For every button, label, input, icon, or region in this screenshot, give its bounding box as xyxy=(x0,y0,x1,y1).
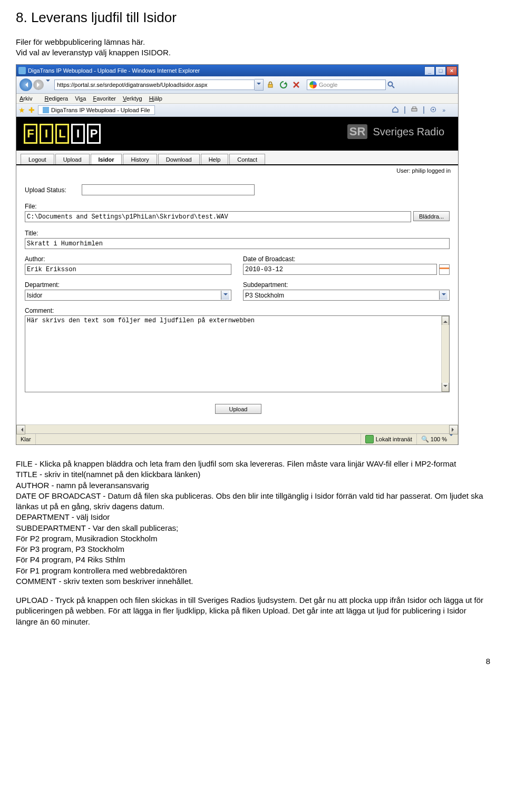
add-favorite-icon[interactable]: ✚ xyxy=(28,106,35,114)
search-go-icon[interactable] xyxy=(387,81,395,89)
scroll-up-icon[interactable] xyxy=(442,316,449,325)
status-zoom[interactable]: 🔍 100 % xyxy=(417,434,458,444)
upload-status-field xyxy=(82,184,255,195)
svg-line-4 xyxy=(392,86,394,88)
stop-icon[interactable] xyxy=(292,81,300,89)
google-icon xyxy=(309,81,317,88)
explain-author: AUTHOR - namn på leveransansvarig xyxy=(16,481,149,490)
filip-logo: FILIP xyxy=(24,124,101,144)
forward-button[interactable] xyxy=(33,80,44,90)
tab-logout[interactable]: Logout xyxy=(21,154,54,164)
browser-window: DigaTrans IP Webupload - Upload File - W… xyxy=(16,64,459,445)
status-zone-text: Lokalt intranät xyxy=(376,436,412,442)
refresh-icon[interactable] xyxy=(279,81,288,89)
page-menu-icon[interactable] xyxy=(423,107,424,113)
explain-p2: För P2 program, Musikradion Stockholm xyxy=(16,534,157,543)
menu-arkiv[interactable]: Arkiv xyxy=(20,95,37,102)
explain-p1: För P1 program kontrollera med webbredak… xyxy=(16,566,187,575)
explain-comment: COMMENT - skriv texten som beskriver inn… xyxy=(16,577,193,586)
tab-contact[interactable]: Contact xyxy=(229,154,265,164)
status-zoom-text: 100 % xyxy=(431,436,447,442)
section-heading: 8. Leverans ljudfil till Isidor xyxy=(16,9,490,26)
search-field[interactable]: Google xyxy=(307,80,386,90)
comment-textarea[interactable]: Här skrivs den text som följer med ljudf… xyxy=(25,315,450,392)
menu-verktyg[interactable]: Verktyg xyxy=(123,95,142,102)
user-status-line: User: philip logged in xyxy=(16,165,458,177)
feed-icon[interactable] xyxy=(404,107,405,113)
home-icon[interactable] xyxy=(392,106,399,114)
scroll-down-icon[interactable] xyxy=(442,383,449,392)
intro-line2: Vid val av leveranstyp välj knappen ISID… xyxy=(16,48,490,57)
file-label: File: xyxy=(25,203,450,210)
date-broadcast-value: 2010-03-12 xyxy=(245,266,283,273)
address-dropdown-button[interactable] xyxy=(255,79,264,91)
sr-mark: SR xyxy=(347,124,368,139)
menu-visa[interactable]: Visa xyxy=(75,95,86,102)
minimize-button[interactable]: _ xyxy=(424,66,435,75)
explain-title: TITLE - skriv in titel(namnet på den kli… xyxy=(16,470,200,479)
svg-point-8 xyxy=(433,109,434,111)
file-value: C:\Documents and Settings\p1PhiLan\Skriv… xyxy=(27,213,228,221)
tab-history[interactable]: History xyxy=(123,154,157,164)
browse-button[interactable]: Bläddra... xyxy=(413,211,450,221)
page-number: 8 xyxy=(16,636,490,666)
subdepartment-dropdown-icon[interactable] xyxy=(439,291,447,300)
explain-file: FILE - Klicka på knappen bläddra och let… xyxy=(16,459,456,468)
title-field[interactable]: Skratt i Humorhimlen xyxy=(25,238,450,249)
author-label: Author: xyxy=(25,255,231,263)
tab-download[interactable]: Download xyxy=(158,154,200,164)
explain-p4: För P4 program, P4 Riks Sthlm xyxy=(16,555,125,564)
chevron-down-icon[interactable] xyxy=(46,82,50,88)
comment-label: Comment: xyxy=(25,307,450,314)
tools-icon[interactable] xyxy=(430,106,437,114)
upload-form: Upload Status: File: C:\Documents and Se… xyxy=(16,177,458,424)
window-title: DigaTrans IP Webupload - Upload File - W… xyxy=(28,67,424,74)
window-titlebar: DigaTrans IP Webupload - Upload File - W… xyxy=(16,65,458,76)
file-field[interactable]: C:\Documents and Settings\p1PhiLan\Skriv… xyxy=(25,211,411,222)
favorite-star-icon[interactable]: ★ xyxy=(18,106,25,114)
subdepartment-select[interactable]: P3 Stockholm xyxy=(243,290,450,301)
page-hscrollbar[interactable] xyxy=(16,424,458,433)
tab-isidor[interactable]: Isidor xyxy=(91,154,122,164)
comment-value: Här skrivs den text som följer med ljudf… xyxy=(27,317,255,324)
intro-line1: Filer för webbpublicering lämnas här. xyxy=(16,37,490,46)
menu-hjalp[interactable]: Hjälp xyxy=(149,95,162,102)
search-placeholder: Google xyxy=(319,82,337,88)
back-button[interactable] xyxy=(20,78,32,91)
date-broadcast-field[interactable]: 2010-03-12 xyxy=(243,264,437,275)
menu-favoriter[interactable]: Favoriter xyxy=(93,95,116,102)
zoom-icon: 🔍 xyxy=(421,435,429,443)
department-value: Isidor xyxy=(27,292,42,299)
print-icon[interactable] xyxy=(411,106,418,114)
svg-rect-0 xyxy=(268,84,273,87)
nav-toolbar: https://portal.sr.se/srdepot/digatranswe… xyxy=(16,76,458,94)
browser-tab[interactable]: DigaTrans IP Webupload - Upload File xyxy=(38,105,155,115)
browser-status-bar: Klar Lokalt intranät 🔍 100 % xyxy=(16,433,458,444)
author-field[interactable]: Erik Eriksson xyxy=(25,264,231,275)
calendar-icon[interactable] xyxy=(439,264,450,275)
tab-help[interactable]: Help xyxy=(201,154,229,164)
department-label: Department: xyxy=(25,281,231,289)
maximize-button[interactable]: □ xyxy=(435,66,446,75)
status-left: Klar xyxy=(16,434,36,444)
title-value: Skratt i Humorhimlen xyxy=(27,240,103,247)
svg-point-3 xyxy=(388,82,393,86)
explain-upload: UPLOAD - Tryck på knappen och filen skic… xyxy=(16,595,490,627)
app-tab-bar: Logout Upload Isidor History Download He… xyxy=(16,151,458,165)
department-select[interactable]: Isidor xyxy=(25,290,231,301)
close-button[interactable]: × xyxy=(446,66,457,75)
page-content: FILIP SR Sveriges Radio Logout Upload Is… xyxy=(16,117,458,433)
textarea-scrollbar[interactable] xyxy=(441,316,449,392)
tab-title: DigaTrans IP Webupload - Upload File xyxy=(51,107,150,113)
explanation-block: FILE - Klicka på knappen bläddra och let… xyxy=(16,459,490,627)
chevron-more-icon[interactable]: » xyxy=(442,107,445,113)
title-label: Title: xyxy=(25,230,450,237)
address-bar[interactable]: https://portal.sr.se/srdepot/digatranswe… xyxy=(54,80,255,90)
menu-redigera[interactable]: Redigera xyxy=(45,95,69,102)
tab-upload[interactable]: Upload xyxy=(55,154,90,164)
padlock-icon xyxy=(267,81,274,88)
upload-button[interactable]: Upload xyxy=(215,404,262,414)
sr-brand: SR Sveriges Radio xyxy=(347,124,444,139)
department-dropdown-icon[interactable] xyxy=(221,291,229,300)
subdepartment-label: Subdepartment: xyxy=(243,281,450,289)
